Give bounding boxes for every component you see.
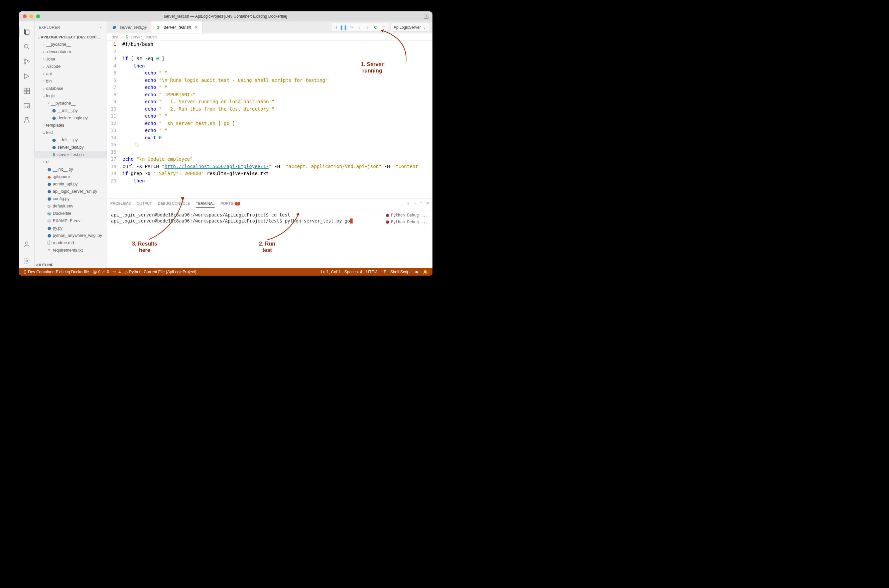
folder-item[interactable]: ›database <box>35 85 107 92</box>
file-item[interactable]: ⬣server_test.py <box>35 144 107 151</box>
explorer-section-header[interactable]: ⌄APILOGICPROJECT [DEV CONT... <box>35 33 107 41</box>
file-item[interactable]: ⬣__init__.py <box>35 136 107 144</box>
debug-status[interactable]: ▷Python: Current File (ApiLogicProject) <box>123 270 198 274</box>
svg-rect-8 <box>27 88 29 90</box>
cursor-position[interactable]: Ln 1, Col 1 <box>319 270 342 274</box>
svg-line-3 <box>27 48 29 50</box>
file-item[interactable]: $server_test.sh <box>35 151 107 158</box>
file-item[interactable]: ⬣python_anywhere_wsgi.py <box>35 232 107 239</box>
explorer-header: EXPLORER ··· <box>35 21 107 33</box>
file-item[interactable]: ⓘreadme.md <box>35 239 107 246</box>
file-item[interactable]: ⚙default.env <box>35 202 107 210</box>
close-panel-icon[interactable]: ✕ <box>426 201 429 206</box>
folder-item[interactable]: ›.devcontainer <box>35 48 107 56</box>
eol-status[interactable]: LF <box>380 270 388 274</box>
indent-status[interactable]: Spaces: 4 <box>342 270 364 274</box>
problems-status[interactable]: ⓧ0 ⚠0 <box>91 269 111 275</box>
window-title: server_test.sh — ApiLogicProject [Dev Co… <box>19 14 432 19</box>
minimize-window[interactable] <box>29 14 33 18</box>
panel-tabs: PROBLEMSOUTPUTDEBUG CONSOLETERMINALPORTS… <box>107 198 432 209</box>
editor[interactable]: 1#!/bin/bash23if [ $# -eq 0 ]4 then5 ech… <box>107 41 432 198</box>
file-item[interactable]: 🐳Dockerfile <box>35 210 107 217</box>
debug-config-selector[interactable]: ApiLogicServer⌄ <box>391 23 429 32</box>
file-tree: ›__pycache__›.devcontainer›.idea›.vscode… <box>35 41 107 261</box>
file-item[interactable]: ⬣config.py <box>35 195 107 202</box>
file-item[interactable]: ⚙EXAMPLE.env <box>35 217 107 225</box>
svg-point-4 <box>24 59 26 60</box>
file-item[interactable]: ⬣__init__.py <box>35 107 107 114</box>
close-window[interactable] <box>23 14 27 18</box>
folder-item[interactable]: ⌄logic <box>35 92 107 99</box>
terminal-instance[interactable]: 🐞Python Debug ... <box>385 212 428 219</box>
source-control-icon[interactable] <box>19 54 35 69</box>
maximize-window[interactable] <box>36 14 40 18</box>
encoding-status[interactable]: UTF-8 <box>364 270 380 274</box>
editor-tabbar: ⬣server_test.py$server_test.sh✕ ⁝⁝ ❚❚ ↷ … <box>107 21 432 33</box>
extensions-icon[interactable] <box>19 84 35 98</box>
panel-tab-problems[interactable]: PROBLEMS <box>110 200 131 208</box>
svg-rect-10 <box>27 91 29 93</box>
step-out-icon[interactable]: ↑ <box>363 25 372 30</box>
explorer-icon[interactable] <box>19 25 35 39</box>
ports-status[interactable]: ᯤ4 <box>111 270 123 274</box>
panel-tab-debug-console[interactable]: DEBUG CONSOLE <box>158 200 190 208</box>
feedback-icon[interactable]: ☻ <box>412 270 421 274</box>
restart-icon[interactable]: ↻ <box>372 25 380 30</box>
folder-item[interactable]: ›api <box>35 70 107 78</box>
terminal-dropdown-icon[interactable]: ⌄ <box>413 201 416 206</box>
folder-item[interactable]: ›__pycache__ <box>35 99 107 107</box>
folder-item[interactable]: ›templates <box>35 122 107 129</box>
remote-explorer-icon[interactable] <box>19 98 35 113</box>
bell-icon[interactable]: 🔔 <box>421 270 430 274</box>
folder-item[interactable]: ⌄test <box>35 129 107 136</box>
editor-tab[interactable]: $server_test.sh✕ <box>152 21 203 33</box>
file-item[interactable]: ⬣py.py <box>35 225 107 232</box>
outline-header[interactable]: ›OUTLINE <box>35 261 107 268</box>
pause-icon[interactable]: ❚❚ <box>339 25 348 30</box>
folder-item[interactable]: ›.idea <box>35 56 107 63</box>
layout-controls[interactable] <box>424 14 428 19</box>
accounts-icon[interactable] <box>19 237 35 252</box>
file-item[interactable]: ◆.gitignore <box>35 173 107 180</box>
status-bar: ⟨⟩Dev Container: Existing Dockerfile ⓧ0 … <box>19 268 432 276</box>
step-over-icon[interactable]: ↷ <box>348 25 356 30</box>
folder-item[interactable]: ›bin <box>35 78 107 85</box>
file-item[interactable]: ⬣__init__.py <box>35 166 107 173</box>
file-item[interactable]: ⬣declare_logic.py <box>35 114 107 122</box>
svg-rect-1 <box>26 30 29 35</box>
folder-item[interactable]: ›ui <box>35 158 107 166</box>
editor-tab[interactable]: ⬣server_test.py <box>107 21 152 33</box>
new-terminal-icon[interactable]: ＋ <box>406 201 410 206</box>
maximize-panel-icon[interactable]: ⌃ <box>420 201 423 206</box>
remote-indicator[interactable]: ⟨⟩Dev Container: Existing Dockerfile <box>21 270 91 274</box>
file-item[interactable]: ⬣api_logic_server_run.py <box>35 188 107 195</box>
svg-point-5 <box>24 63 26 64</box>
file-item[interactable]: ≡requirements.txt <box>35 246 107 254</box>
search-icon[interactable] <box>19 39 35 54</box>
terminal-list: 🐞Python Debug ...🐞Python Debug ... <box>385 212 428 266</box>
terminal-instance[interactable]: 🐞Python Debug ... <box>385 219 428 225</box>
explorer-more-icon[interactable]: ··· <box>99 26 103 29</box>
svg-point-6 <box>28 61 29 63</box>
stop-icon[interactable]: □ <box>380 25 388 30</box>
explorer-sidebar: EXPLORER ··· ⌄APILOGICPROJECT [DEV CONT.… <box>35 21 107 268</box>
panel-tab-output[interactable]: OUTPUT <box>137 200 152 208</box>
activity-bar <box>19 21 35 268</box>
folder-item[interactable]: ›.vscode <box>35 63 107 70</box>
language-status[interactable]: Shell Script <box>388 270 413 274</box>
run-debug-icon[interactable] <box>19 69 35 84</box>
close-tab-icon: ✕ <box>195 25 198 30</box>
svg-point-12 <box>27 106 29 108</box>
drag-handle-icon[interactable]: ⁝⁝ <box>332 25 339 30</box>
settings-gear-icon[interactable] <box>19 254 35 268</box>
breadcrumb[interactable]: test › $ server_test.sh <box>107 33 432 41</box>
folder-item[interactable]: ›__pycache__ <box>35 41 107 48</box>
svg-point-2 <box>24 44 28 48</box>
testing-icon[interactable] <box>19 113 35 128</box>
file-item[interactable]: ⬣admin_api.py <box>35 180 107 188</box>
terminal[interactable]: api_logic_server@bdde16c8aa96:/workspace… <box>107 209 432 268</box>
svg-rect-9 <box>24 91 26 93</box>
panel-tab-ports[interactable]: PORTS4 <box>221 200 240 208</box>
step-into-icon[interactable]: ↓ <box>356 25 363 30</box>
panel-tab-terminal[interactable]: TERMINAL <box>196 200 215 208</box>
